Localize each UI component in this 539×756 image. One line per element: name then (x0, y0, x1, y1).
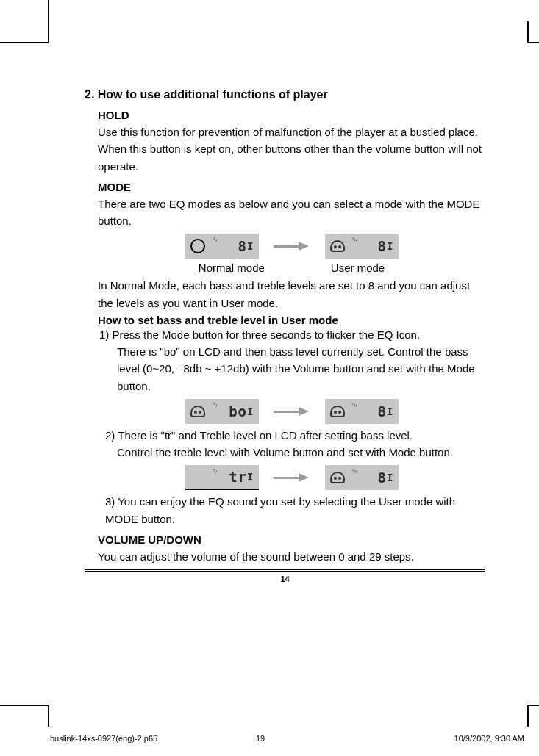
blank-icon (190, 469, 206, 485)
lcd-text-tr: tr (229, 469, 247, 485)
lcd-digit: 8 (378, 403, 387, 420)
arrow-icon (274, 408, 310, 415)
arrow-icon (274, 474, 310, 481)
section-title: 2. How to use additional functions of pl… (85, 88, 485, 101)
lcd-normal: ∿ 8I (185, 234, 259, 259)
head-icon (329, 469, 346, 486)
step-3: 3) You can enjoy the EQ sound you set by… (105, 493, 485, 528)
lcd-text-bo: bo (229, 403, 247, 420)
lcd-digit: 8 (378, 238, 387, 254)
page-content: 2. How to use additional functions of pl… (85, 88, 485, 583)
volume-title: VOLUME UP/DOWN (98, 533, 485, 546)
user-mode-label: User mode (331, 262, 385, 274)
crop-mark (0, 42, 49, 43)
lcd-bass-value: ∿ 8I (325, 399, 399, 424)
lcd-sig: I (247, 240, 254, 252)
wave-icon: ∿ (212, 467, 218, 475)
lcd-digit: 8 (378, 469, 387, 486)
mode-desc: In Normal Mode, each bass and treble lev… (98, 277, 485, 312)
footer-file: buslink-14xs-0927(eng)-2.p65 (50, 734, 157, 743)
lcd-row-treble: ∿ trI ∿ 8I (98, 465, 485, 490)
lcd-bo: ∿ boI (185, 399, 259, 424)
footer-datetime: 10/9/2002, 9:30 AM (454, 734, 524, 743)
lcd-sig: I (247, 471, 254, 483)
mode-intro: There are two EQ modes as below and you … (98, 195, 485, 230)
crop-mark (48, 705, 49, 727)
page-number: 14 (85, 575, 485, 583)
crop-mark (527, 705, 529, 727)
step-2b: Control the treble level with Volume but… (117, 444, 485, 461)
crop-mark (527, 21, 529, 43)
head-icon (329, 238, 346, 254)
wave-icon: ∿ (351, 235, 357, 243)
print-footer: buslink-14xs-0927(eng)-2.p65 19 10/9/200… (50, 734, 524, 743)
step-2a: 2) There is "tr" and Treble level on LCD… (105, 427, 485, 444)
lcd-sig: I (387, 472, 393, 483)
hold-title: HOLD (98, 109, 485, 121)
howto-title: How to set bass and treble level in User… (98, 314, 485, 326)
lcd-user: ∿ 8I (325, 234, 399, 259)
wave-icon: ∿ (351, 467, 357, 475)
lcd-sig: I (247, 406, 254, 417)
page-rule (85, 569, 485, 572)
lcd-sig: I (387, 240, 393, 252)
wave-icon: ∿ (351, 400, 357, 408)
crop-mark (528, 42, 539, 43)
lcd-sig: I (387, 406, 393, 417)
lcd-treble-value: ∿ 8I (325, 465, 399, 490)
crop-mark (48, 0, 49, 43)
hold-p2: When this button is kept on, other butto… (98, 140, 485, 175)
hold-p1: Use this function for prevention of malf… (98, 123, 485, 140)
footer-page: 19 (256, 734, 265, 743)
mode-title: MODE (98, 181, 485, 193)
crop-mark (0, 705, 49, 706)
wave-icon: ∿ (212, 400, 218, 408)
crop-mark (528, 705, 539, 706)
step-1b: There is "bo" on LCD and then bass level… (117, 343, 485, 395)
step-1a: 1) Press the Mode button for three secon… (99, 326, 485, 343)
normal-mode-label: Normal mode (199, 262, 265, 274)
head-icon (190, 403, 206, 420)
mode-labels: Normal mode User mode (98, 262, 485, 274)
circle-icon (190, 238, 206, 254)
lcd-row-modes: ∿ 8I ∿ 8I (98, 234, 485, 259)
lcd-row-bass: ∿ boI ∿ 8I (98, 399, 485, 424)
wave-icon: ∿ (212, 235, 218, 243)
head-icon (329, 403, 346, 420)
lcd-tr: ∿ trI (185, 465, 259, 490)
arrow-icon (274, 242, 310, 250)
lcd-digit: 8 (238, 238, 247, 254)
volume-desc: You can adjust the volume of the sound b… (98, 548, 485, 565)
